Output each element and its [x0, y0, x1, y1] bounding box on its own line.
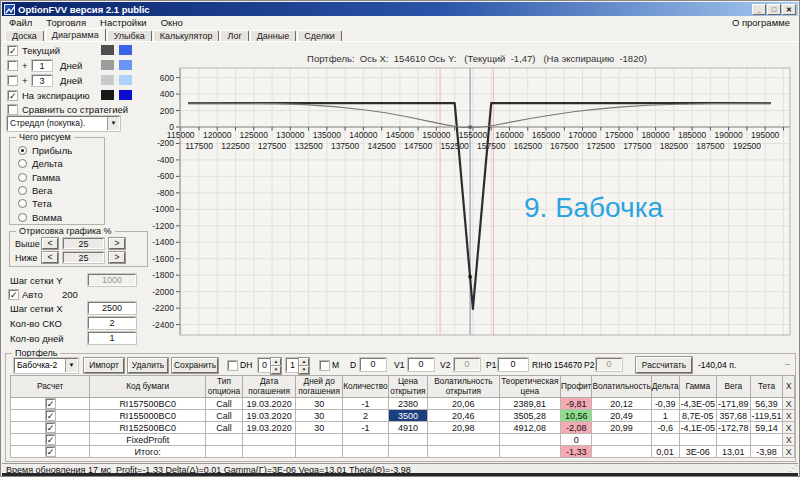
auto-checkbox[interactable]: ✓	[9, 290, 18, 299]
collapse-panel-button[interactable]: _	[785, 356, 790, 366]
close-button[interactable]: ✕	[782, 4, 796, 15]
dh-spinner-1[interactable]: 1▲▼	[286, 358, 310, 372]
positions-table: РасчетКод бумагиТип опционаДата погашени…	[10, 375, 795, 458]
theo-price-cell: 3505,28	[499, 410, 560, 422]
series-toggle-checkbox-3[interactable]: ✓	[8, 91, 17, 100]
delta-cell: -0,6	[651, 422, 679, 434]
minimize-button[interactable]: _	[752, 4, 766, 15]
delete-row-button[interactable]: X	[783, 398, 795, 410]
spin-down-icon[interactable]: ▼	[299, 366, 309, 374]
series-color-1	[101, 90, 114, 100]
menu-item-1[interactable]: Торговля	[39, 17, 93, 28]
param-label-P1: P1	[486, 360, 496, 370]
field-label-4: Кол-во дней	[10, 333, 64, 344]
import-button[interactable]: Импорт	[84, 358, 124, 373]
col-header-9: Профит	[560, 376, 591, 398]
m-checkbox[interactable]	[320, 361, 329, 370]
param-input-V1[interactable]: 0	[408, 358, 434, 371]
field-input-2[interactable]: 2500	[88, 302, 136, 314]
row-calc-checkbox[interactable]: ✓	[46, 435, 55, 444]
delete-button[interactable]: Удалить	[128, 358, 168, 373]
radio-label-Вомма: Вомма	[32, 212, 62, 223]
x-tick-label: 180000	[641, 130, 670, 140]
tab-Сделки[interactable]: Сделки	[297, 30, 342, 41]
series-toggle-checkbox-1[interactable]	[8, 61, 17, 70]
row-calc-checkbox[interactable]: ✓	[46, 423, 55, 432]
radio-Дельта[interactable]	[18, 159, 27, 168]
delete-row-button[interactable]: X	[783, 410, 795, 422]
menu-item-0[interactable]: Файл	[2, 17, 39, 28]
days-input-1[interactable]: 1	[32, 60, 52, 71]
delete-row-button[interactable]: X	[783, 434, 795, 446]
open-vol-cell: 20,46	[428, 410, 500, 422]
field-input-4[interactable]: 1	[88, 332, 136, 344]
table-row: ✓Итого:-1,330,013E-0613,01-3,98X	[11, 446, 795, 458]
save-button[interactable]: Сохранить	[172, 358, 218, 373]
menu-item-3[interactable]: Окно	[154, 17, 190, 28]
field-input-3[interactable]: 2	[88, 317, 136, 329]
y-tick-label: 200	[160, 106, 174, 116]
decrease-button[interactable]: <	[42, 252, 58, 263]
tab-Улыбка[interactable]: Улыбка	[107, 30, 152, 41]
dh-checkbox[interactable]	[228, 361, 237, 370]
tab-Данные[interactable]: Данные	[250, 30, 297, 41]
tab-Калькулятор[interactable]: Калькулятор	[153, 30, 220, 41]
param-input-P2[interactable]: 0	[596, 358, 622, 371]
radio-label-Гамма: Гамма	[32, 172, 60, 183]
field-input-0[interactable]: 1000	[88, 274, 136, 286]
tab-Доска[interactable]: Доска	[5, 30, 44, 41]
decrease-button[interactable]: <	[42, 238, 58, 249]
chevron-down-icon[interactable]: ▼	[65, 359, 77, 372]
menu-about[interactable]: О программе	[732, 17, 790, 28]
x-tick-label: 165000	[532, 130, 561, 140]
field-label-2: Шаг сетки X	[10, 303, 63, 314]
qty-cell	[343, 446, 389, 458]
spin-down-icon[interactable]: ▼	[271, 366, 281, 374]
row-calc-checkbox[interactable]: ✓	[46, 399, 55, 408]
menu-item-2[interactable]: Настройки	[93, 17, 154, 28]
increase-button[interactable]: >	[109, 252, 125, 263]
param-input-V2[interactable]: 0	[454, 358, 480, 371]
strategy-dropdown[interactable]: Стреддл (покупка).▼	[7, 116, 120, 131]
delete-row-button[interactable]: X	[783, 446, 795, 458]
dh-spinner-0[interactable]: 0▲▼	[258, 358, 282, 372]
radio-Вомма[interactable]	[18, 213, 27, 222]
current-value-marker	[468, 126, 471, 129]
param-input-P1[interactable]: 0	[498, 358, 528, 371]
main-area: ✓Текущий+1Дней+3Дней✓На экспирациюСравни…	[2, 41, 798, 353]
days-cell: 30	[296, 410, 343, 422]
spin-up-icon[interactable]: ▲	[299, 358, 309, 366]
m-label: M	[332, 360, 339, 370]
auto-label: Авто	[22, 289, 43, 300]
series-toggle-checkbox-0[interactable]: ✓	[8, 46, 17, 55]
radio-Тета[interactable]	[18, 199, 27, 208]
radio-Прибыль[interactable]	[18, 146, 27, 155]
tab-Лог[interactable]: Лог	[220, 30, 248, 41]
maximize-button[interactable]: □	[767, 4, 781, 15]
row-calc-checkbox[interactable]: ✓	[46, 411, 55, 420]
render-percent-value[interactable]: 25	[63, 252, 104, 263]
series-color-1	[101, 60, 114, 70]
profit-cell: 10,56	[560, 410, 591, 422]
portfolio-selector[interactable]: Бабочка-2▼	[14, 358, 78, 373]
series-toggle-checkbox-2[interactable]	[8, 76, 17, 85]
theta-cell: -3,98	[750, 446, 783, 458]
tab-Диаграмма[interactable]: Диаграмма	[45, 28, 106, 41]
radio-Вега[interactable]	[18, 186, 27, 195]
compare-strategy-checkbox[interactable]	[8, 105, 17, 114]
param-input-D[interactable]: 0	[360, 358, 386, 371]
radio-Гамма[interactable]	[18, 173, 27, 182]
increase-button[interactable]: >	[109, 238, 125, 249]
resize-grip[interactable]: ⋰	[789, 464, 797, 473]
vol-cell: 20,99	[592, 422, 651, 434]
delete-row-button[interactable]: X	[783, 422, 795, 434]
render-percent-value[interactable]: 25	[63, 238, 104, 249]
row-calc-checkbox[interactable]: ✓	[46, 447, 55, 456]
days-input-2[interactable]: 3	[32, 75, 52, 86]
pnl-chart[interactable]: 6004002000-200-400-600-800-1000-1200-140…	[152, 42, 800, 354]
plot-background	[180, 68, 790, 335]
gamma-cell: 8,7E-05	[679, 410, 717, 422]
spin-up-icon[interactable]: ▲	[271, 358, 281, 366]
calc-margin-button[interactable]: Рассчитать ГО	[636, 357, 692, 373]
chevron-down-icon[interactable]: ▼	[107, 117, 119, 130]
